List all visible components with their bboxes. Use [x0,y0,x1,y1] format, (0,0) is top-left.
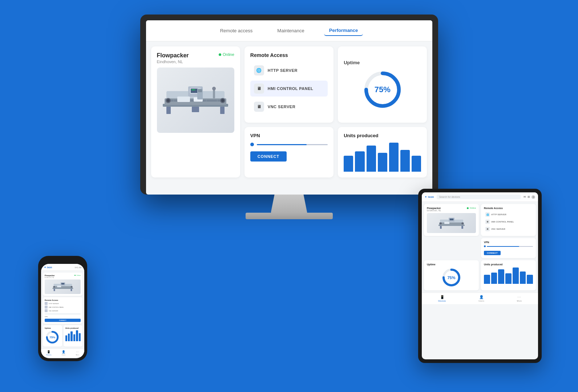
tablet-footer-more[interactable]: ⋯ More [517,295,522,302]
tab-maintenance[interactable]: Maintenance [272,26,309,36]
connect-button[interactable]: CONNECT [250,151,287,162]
svg-rect-32 [439,222,464,225]
tablet-search[interactable]: Search for devices [437,195,521,199]
bar-1 [344,156,353,172]
access-item-vnc[interactable]: 🖥 VNC SERVER [250,99,328,115]
tablet-bar-4 [505,273,512,284]
phone-units-title: Units produced [65,327,81,329]
phone-footer-more[interactable]: ⋯ More [76,350,79,356]
tablet-content: Flowpacker Eindhoven, NL Online [422,202,538,293]
http-label: HTTP SERVER [268,68,298,73]
tablet-close-icon: ✕ [531,195,535,199]
phone-screen: ✦ ixon 9:41 AM Flowpacker Eindhoven, NL [41,264,84,358]
tablet-footer-devices[interactable]: 📱 Devices [438,295,446,302]
tablet-icons: ✉ ⊞ ✕ [524,195,535,199]
machine-info: Flowpacker Eindhoven, NL [157,52,189,64]
phone-machine-svg [50,280,76,294]
tablet-bar-5 [513,268,519,284]
tablet-access-vnc[interactable]: 🖥 VNC SERVER [484,226,533,232]
tablet-donut: 75% [441,268,461,287]
phone-brand-icon: ✦ [44,266,47,269]
tab-performance[interactable]: Performance [324,25,363,36]
vpn-slider [250,143,328,146]
bar-6 [400,150,410,172]
tablet-frame: ✦ ixon Search for devices ✉ ⊞ ✕ [418,189,542,363]
svg-rect-44 [53,286,73,288]
tablet-machine-card: Flowpacker Eindhoven, NL Online [424,204,479,236]
svg-rect-42 [70,289,72,291]
tablet-connect-btn[interactable]: CONNECT [484,251,501,255]
tablet-access-http[interactable]: 🌐 HTTP SERVER [484,211,533,218]
phone-bar-3 [70,331,72,341]
monitor-base [246,213,333,219]
tablet-search-placeholder: Search for devices [439,196,460,198]
tablet-remote-card: Remote Access 🌐 HTTP SERVER 🖥 HMI CONTRO… [481,204,536,236]
svg-rect-3 [192,107,199,112]
tablet-footer-users[interactable]: 👤 Users [478,295,484,302]
uptime-donut: 75% [363,70,403,110]
svg-rect-24 [213,89,215,98]
phone-footer-devices[interactable]: 📱 Devices [46,350,51,356]
phone-uptime-card: Uptime 75% [43,325,62,347]
tablet-http-label: HTTP SERVER [491,213,506,216]
svg-rect-29 [440,226,442,229]
svg-point-19 [221,99,224,102]
monitor-wrapper: Remote access Maintenance Performance Fl… [140,15,438,219]
tablet-machine-loc: Eindhoven, NL [427,209,441,212]
tablet-more-label: More [517,300,522,302]
phone-http-label: HTTP SERVER [49,303,59,305]
phone-machine-image [45,279,81,294]
access-item-hmi[interactable]: 🖥 HMI CONTROL PANEL [250,81,328,97]
bar-7 [412,156,421,172]
phone-vnc-row[interactable]: VNC SERVER [45,309,81,312]
online-dot [219,53,221,56]
hmi-icon: 🖥 [254,83,264,94]
tablet-machine-name: Flowpacker [427,207,441,209]
machine-header: Flowpacker Eindhoven, NL Online [157,52,234,64]
tab-remote-access[interactable]: Remote access [215,26,258,36]
phone-footer: 📱 Devices 👤 Users ⋯ More [41,348,84,357]
svg-rect-15 [191,89,195,90]
tablet-hmi-icon: 🖥 [485,220,490,224]
tablet-vpn-card: VPN CONNECT [481,238,536,258]
phone-bar-6 [79,333,81,342]
tablet-users-icon: 👤 [479,295,484,299]
tablet-machine-image [427,213,476,233]
vpn-title: VPN [250,133,328,138]
phone-vnc-label: VNC SERVER [49,310,58,312]
tablet-vpn-title: VPN [484,241,533,244]
phone-connect-btn[interactable]: CONNECT [45,319,81,322]
phone-status: 9:41 AM [75,266,81,269]
units-bar-chart [344,143,421,172]
tablet-bar-2 [491,273,497,284]
units-card: Units produced [338,127,427,177]
phone-wrapper: ✦ ixon 9:41 AM Flowpacker Eindhoven, NL [38,256,87,361]
phone-content: Flowpacker Eindhoven, NL Online [41,271,84,348]
monitor-neck [271,195,307,213]
tablet-bar-3 [498,269,504,284]
tablet-users-label: Users [478,300,484,302]
main-content: Flowpacker Eindhoven, NL Online [146,41,432,183]
phone-footer-users[interactable]: 👤 Users [62,350,65,356]
tablet-hmi-label: HMI CONTROL PANEL [491,221,514,223]
phone-hmi-row[interactable]: HMI CONTROL PANEL [45,306,81,309]
svg-rect-41 [53,289,55,291]
svg-rect-49 [57,286,61,287]
phone-uptime-title: Uptime [45,327,60,329]
svg-rect-36 [449,219,453,220]
phone-http-row[interactable]: HTTP SERVER [45,302,81,305]
monitor-app-ui: Remote access Maintenance Performance Fl… [146,20,432,195]
bar-5 [389,143,399,172]
tablet-machine-svg [437,215,466,232]
access-item-http[interactable]: 🌐 HTTP SERVER [250,62,328,78]
tablet-uptime-title: Uptime [427,263,476,266]
bar-2 [355,151,364,172]
units-title: Units produced [344,133,421,138]
svg-rect-23 [198,89,202,92]
machine-svg [159,78,232,122]
phone-header: ✦ ixon 9:41 AM [41,264,84,271]
tablet-access-hmi[interactable]: 🖥 HMI CONTROL PANEL [484,219,533,225]
phone-users-label: Users [62,354,65,356]
tablet-uptime-card: Uptime 75% [424,260,479,290]
tablet-vnc-label: VNC SERVER [491,228,505,230]
